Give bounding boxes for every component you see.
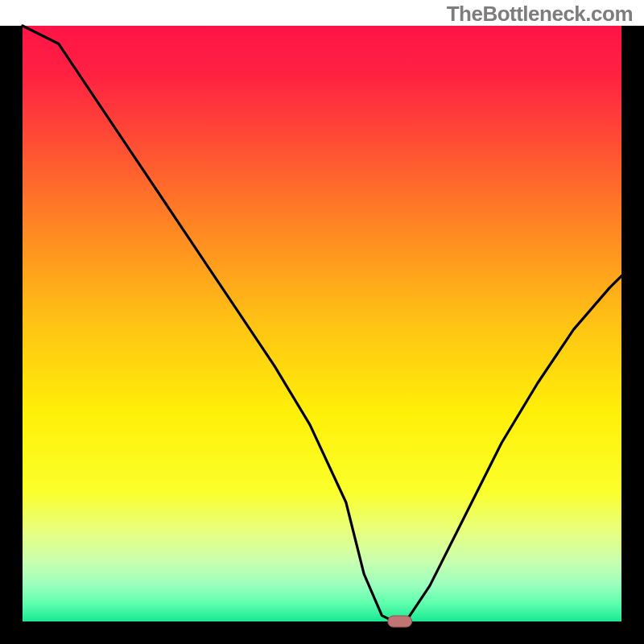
watermark-text: TheBottleneck.com <box>447 2 633 27</box>
plot-background <box>23 26 621 621</box>
chart-container: TheBottleneck.com <box>0 0 644 644</box>
optimum-marker <box>388 616 412 627</box>
bottleneck-chart <box>0 0 644 644</box>
